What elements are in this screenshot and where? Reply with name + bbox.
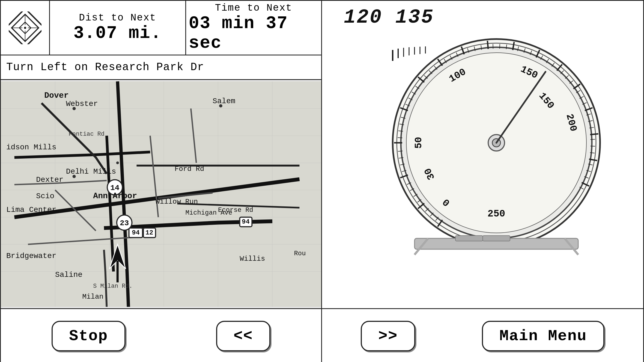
svg-text:94: 94 <box>242 218 250 225</box>
svg-text:Bridgewater: Bridgewater <box>6 252 56 260</box>
stop-button[interactable]: Stop <box>52 321 125 351</box>
time-box: Time to Next 03 min 37 sec <box>186 1 321 55</box>
instruction-bar: Turn Left on Research Park Dr <box>1 55 321 80</box>
svg-text:Willow Run: Willow Run <box>156 198 198 206</box>
svg-point-39 <box>73 175 76 178</box>
svg-text:Salem: Salem <box>213 97 235 105</box>
svg-text:Willis: Willis <box>240 255 265 263</box>
svg-line-78 <box>487 41 488 49</box>
svg-text:Dexter: Dexter <box>36 176 63 184</box>
svg-line-134 <box>590 146 595 146</box>
svg-text:S Milan Rd.: S Milan Rd. <box>93 283 132 290</box>
svg-text:Milan: Milan <box>82 293 103 301</box>
svg-line-84 <box>590 134 598 135</box>
svg-text:Ann Arbor: Ann Arbor <box>93 191 137 201</box>
svg-text:14: 14 <box>110 184 119 192</box>
speedometer-area: 120 135 <box>322 1 643 308</box>
svg-line-98 <box>398 138 402 138</box>
svg-point-3 <box>24 27 26 29</box>
svg-text:Delhi Mills: Delhi Mills <box>66 167 116 176</box>
svg-text:Pontiac Rd: Pontiac Rd <box>69 131 105 138</box>
svg-text:Saline: Saline <box>55 271 82 279</box>
instruction-text: Turn Left on Research Park Dr <box>6 61 204 73</box>
dist-value: 3.07 mi. <box>73 23 162 43</box>
svg-text:250: 250 <box>487 208 505 219</box>
svg-line-133 <box>590 139 595 140</box>
left-bottom-controls: Stop << <box>1 308 321 362</box>
forward-button[interactable]: >> <box>361 321 415 351</box>
svg-line-116 <box>500 44 500 49</box>
svg-rect-152 <box>455 236 483 241</box>
logo-box <box>1 1 50 55</box>
svg-text:12: 12 <box>145 229 153 236</box>
nav-logo-icon <box>9 11 41 44</box>
map-area: 14 23 94 12 94 Dover idson Mills Webster… <box>1 80 321 308</box>
svg-text:94: 94 <box>132 229 140 236</box>
svg-text:idson Mills: idson Mills <box>6 143 56 152</box>
svg-text:Dover: Dover <box>44 91 69 100</box>
svg-point-36 <box>219 104 222 108</box>
svg-text:Ford Rd: Ford Rd <box>175 165 204 173</box>
svg-text:23: 23 <box>120 219 129 227</box>
right-bottom-controls: >> Main Menu <box>322 308 643 362</box>
svg-point-56 <box>73 107 76 110</box>
time-label: Time to Next <box>215 2 292 14</box>
svg-text:Lima Center: Lima Center <box>6 206 56 214</box>
svg-line-115 <box>493 44 493 49</box>
dist-label: Dist to Next <box>79 12 156 23</box>
time-value: 03 min 37 sec <box>189 14 319 53</box>
main-menu-button[interactable]: Main Menu <box>482 321 604 351</box>
speedometer-svg: 0 50 100 150 200 250 30 150 <box>360 1 606 260</box>
svg-text:Ecorse Rd: Ecorse Rd <box>218 206 253 214</box>
main-container: Dist to Next 3.07 mi. Time to Next 03 mi… <box>0 0 644 362</box>
svg-text:50: 50 <box>413 137 424 149</box>
right-panel: 120 135 <box>322 1 643 362</box>
left-panel: Dist to Next 3.07 mi. Time to Next 03 mi… <box>1 1 322 362</box>
svg-point-57 <box>116 162 119 164</box>
svg-text:Webster: Webster <box>66 100 98 108</box>
svg-rect-153 <box>483 236 510 241</box>
prev-button[interactable]: << <box>216 321 270 351</box>
dist-box: Dist to Next 3.07 mi. <box>50 1 186 55</box>
svg-text:Rou: Rou <box>294 250 306 257</box>
nav-header: Dist to Next 3.07 mi. Time to Next 03 mi… <box>1 1 321 55</box>
svg-text:Scio: Scio <box>36 192 54 200</box>
map-svg: 14 23 94 12 94 Dover idson Mills Webster… <box>1 80 321 308</box>
